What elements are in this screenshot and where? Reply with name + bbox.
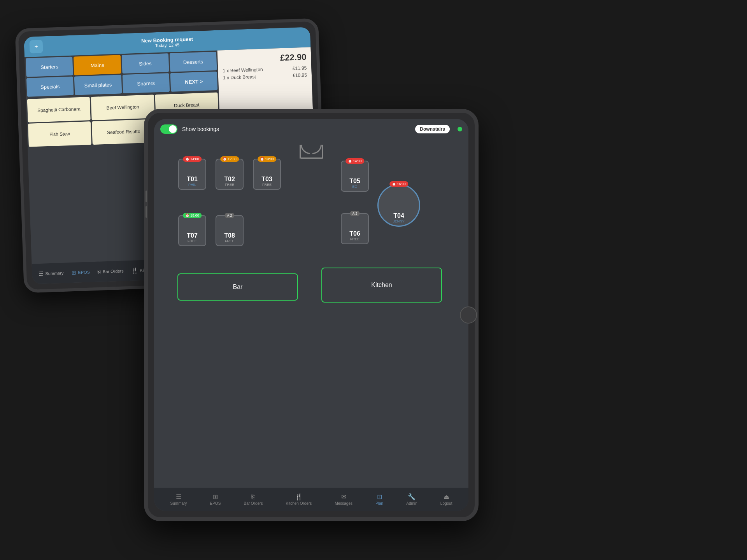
home-button[interactable]	[460, 306, 477, 324]
location-badge[interactable]: Downstairs	[415, 125, 450, 133]
nav-epos[interactable]: ⊞ EPOS	[210, 493, 221, 506]
cat-sharers[interactable]: Sharers	[122, 73, 170, 93]
door-symbol	[300, 145, 323, 159]
kitchen-zone[interactable]: Kitchen	[321, 268, 442, 303]
volume-down-button[interactable]	[146, 206, 147, 218]
table-T04-sub: JENNY	[393, 219, 405, 223]
cat-desserts[interactable]: Desserts	[170, 52, 217, 72]
table-T08[interactable]: A 2 T08 FREE	[216, 215, 244, 246]
table-T08-badge: A 2	[224, 213, 234, 218]
table-T07[interactable]: ⏰ 18:00 T07 FREE	[178, 215, 206, 246]
front-ipad: Show bookings Downstairs ⏰ 14:00 T01	[144, 109, 479, 521]
notification-text: New Booking request Today, 12:45	[141, 36, 193, 48]
table-T01-badge: ⏰ 14:00	[183, 156, 202, 162]
clock-icon: ⏰	[348, 159, 352, 163]
volume-up-button[interactable]	[146, 191, 147, 202]
epos-icon: ⊞	[71, 270, 76, 276]
toggle-knob	[169, 125, 177, 133]
table-T04-id: T04	[393, 212, 404, 219]
cat-starters[interactable]: Starters	[26, 57, 73, 77]
nav-summary[interactable]: ☰ Summary	[170, 493, 187, 506]
tab-summary[interactable]: ☰ Summary	[38, 270, 64, 277]
cat-specials[interactable]: Specials	[26, 77, 74, 97]
cat-mains[interactable]: Mains	[74, 55, 121, 75]
cat-sides[interactable]: Sides	[121, 53, 169, 74]
table-T03-id: T03	[261, 176, 272, 183]
summary-nav-icon: ☰	[176, 493, 181, 500]
table-T02[interactable]: ⏰ 12:30 T02 FREE	[216, 159, 244, 190]
table-T06-id: T06	[349, 230, 360, 237]
tab-bar-orders[interactable]: ⎗ Bar Orders	[98, 268, 124, 275]
kitchen-icon: 🍴	[131, 267, 138, 274]
status-indicator	[458, 127, 462, 131]
messages-nav-icon: ✉	[341, 493, 346, 500]
clock-icon: ⏰	[260, 157, 264, 161]
nav-logout[interactable]: ⏏ Logout	[440, 493, 452, 506]
table-T02-sub: FREE	[225, 183, 234, 187]
table-T08-id: T08	[224, 232, 235, 239]
clock-icon: ⏰	[185, 214, 189, 217]
order-total: £22.90	[222, 52, 307, 65]
table-T07-sub: FREE	[188, 239, 197, 243]
bar-orders-nav-icon: ⎗	[251, 494, 255, 500]
plan-nav-icon: ⊡	[377, 493, 382, 500]
toggle-label: Show bookings	[182, 126, 219, 132]
nav-admin[interactable]: 🔧 Admin	[406, 493, 417, 506]
table-T07-badge: ⏰ 18:00	[183, 213, 202, 218]
summary-icon: ☰	[38, 271, 44, 277]
table-T02-badge: ⏰ 12:30	[220, 156, 239, 162]
bar-zone[interactable]: Bar	[177, 273, 298, 301]
notification-icon: +	[29, 40, 43, 53]
cat-next[interactable]: NEXT >	[170, 72, 217, 92]
table-T07-id: T07	[187, 232, 198, 239]
kitchen-orders-nav-icon: 🍴	[295, 493, 303, 500]
admin-nav-icon: 🔧	[408, 493, 416, 500]
front-ipad-screen: Show bookings Downstairs ⏰ 14:00 T01	[154, 119, 468, 511]
table-T05[interactable]: ⏰ 14:30 T05 EG	[341, 161, 369, 192]
table-T05-badge: ⏰ 14:30	[345, 158, 364, 164]
menu-item-4[interactable]: Fish Stew	[28, 121, 91, 147]
table-T01[interactable]: ⏰ 14:00 T01 PHIL	[178, 159, 206, 190]
table-T06[interactable]: A 2 T06 FREE	[341, 213, 369, 244]
category-grid: Starters Mains Sides Desserts Specials S…	[25, 51, 219, 98]
clock-icon: ⏰	[223, 157, 227, 161]
bar-orders-icon: ⎗	[98, 269, 101, 275]
nav-kitchen-orders[interactable]: 🍴 Kitchen Orders	[286, 493, 312, 506]
epos-nav-icon: ⊞	[213, 493, 218, 500]
table-T03-badge: ⏰ 13:00	[258, 156, 276, 162]
table-T08-sub: FREE	[225, 239, 234, 243]
table-T03[interactable]: ⏰ 13:00 T03 FREE	[253, 159, 281, 190]
table-T06-badge: A 2	[350, 211, 359, 216]
side-button	[26, 155, 28, 166]
cat-small-plates[interactable]: Small plates	[74, 75, 122, 95]
table-T06-sub: FREE	[350, 237, 359, 241]
order-line-2: 1 x Duck Breast £10.95	[223, 72, 307, 81]
tab-epos[interactable]: ⊞ EPOS	[71, 269, 90, 276]
clock-icon: ⏰	[185, 157, 189, 161]
toggle-bar: Show bookings Downstairs	[154, 119, 468, 139]
nav-bar-orders[interactable]: ⎗ Bar Orders	[244, 494, 263, 506]
table-T04-badge: ⏰ 16:00	[389, 181, 408, 187]
menu-item-2[interactable]: Beef Wellington	[91, 94, 154, 120]
show-bookings-toggle[interactable]	[160, 124, 177, 134]
menu-item-1[interactable]: Spaghetti Carbonara	[27, 97, 91, 122]
table-T01-sub: PHIL	[188, 183, 196, 187]
table-T04[interactable]: ⏰ 16:00 T04 JENNY	[377, 184, 420, 227]
table-T02-id: T02	[224, 176, 235, 183]
clock-icon: ⏰	[392, 182, 396, 186]
table-T03-sub: FREE	[262, 183, 272, 187]
bottom-nav: ☰ Summary ⊞ EPOS ⎗ Bar Orders 🍴 Kitchen …	[154, 488, 468, 511]
floor-plan: ⏰ 14:00 T01 PHIL ⏰ 12:30 T02 FREE ⏰ 13	[154, 139, 468, 488]
table-T05-id: T05	[349, 178, 360, 185]
nav-messages[interactable]: ✉ Messages	[335, 493, 352, 506]
table-T05-sub: EG	[352, 185, 357, 189]
logout-nav-icon: ⏏	[444, 493, 449, 500]
table-T01-id: T01	[187, 176, 198, 183]
nav-plan[interactable]: ⊡ Plan	[375, 493, 383, 506]
